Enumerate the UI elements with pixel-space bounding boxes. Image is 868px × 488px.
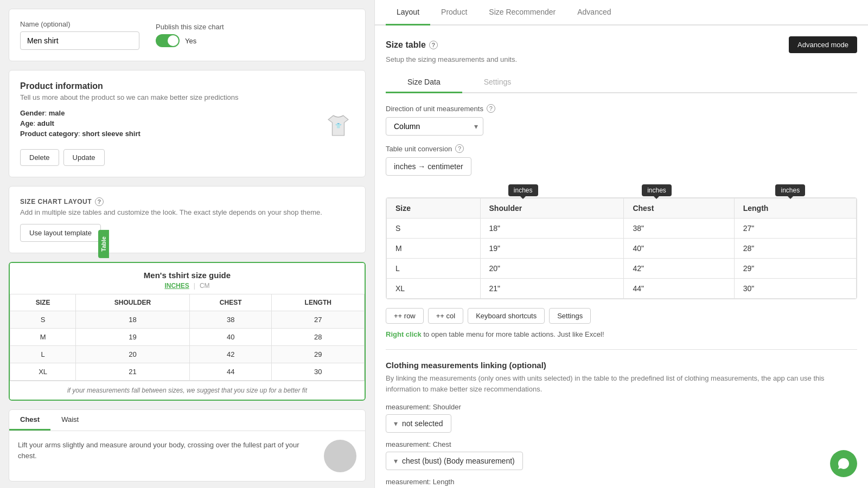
col-length: Length: [734, 198, 856, 219]
preview-header-size: SIZE: [10, 294, 76, 311]
col-size: Size: [387, 198, 481, 219]
chat-bubble[interactable]: [830, 450, 857, 477]
col-chest: Chest: [624, 198, 734, 219]
shoulder-unit-tooltip: inches: [514, 187, 533, 194]
length-tooltip-container: inches: [724, 184, 857, 196]
layout-desc: Add in multiple size tables and customiz…: [20, 208, 354, 216]
plus-col-icon: +: [436, 312, 441, 320]
linking-title: Clothing measurements linking (optional): [386, 361, 857, 370]
shirt-icon: 👕: [322, 109, 354, 142]
unit-inches-toggle[interactable]: INCHES: [164, 282, 189, 290]
col-shoulder: Shoulder: [480, 198, 624, 219]
product-info-subtitle: Tell us more about the product so we can…: [20, 93, 354, 101]
publish-label: Publish this size chart: [156, 23, 224, 31]
size-guide-title: Men's tshirt size guide: [10, 271, 365, 280]
plus-row-icon: +: [394, 312, 398, 320]
product-info-card: Product information Tell us more about t…: [9, 70, 366, 177]
shoulder-dropdown-arrow: ▾: [394, 419, 398, 428]
meas-tab-waist[interactable]: Waist: [50, 410, 90, 431]
svg-text:👕: 👕: [335, 123, 342, 129]
data-tab-size-data[interactable]: Size Data: [386, 72, 462, 93]
shoulder-meas-label: measurement: Shoulder: [386, 403, 857, 411]
unit-conv-label: Table unit conversion: [386, 145, 452, 153]
direction-select[interactable]: Column Row: [386, 117, 483, 136]
length-meas-label: measurement: Length: [386, 478, 857, 486]
tab-product[interactable]: Product: [430, 0, 478, 25]
length-measurement-group: measurement: Length ▾ not selected: [386, 478, 857, 488]
measurement-detail-card: Chest Waist Lift your arms slightly and …: [9, 409, 366, 481]
unit-conv-row: Table unit conversion ? inches → centime…: [386, 144, 857, 176]
size-chart-layout-card: SIZE CHART LAYOUT ? Add in multiple size…: [9, 186, 366, 253]
right-content: Size table ? Advanced mode Setup the siz…: [375, 25, 868, 488]
table-row: L204229: [10, 346, 365, 363]
size-guide-footer: if your measurements fall between sizes,…: [10, 381, 365, 400]
chest-dropdown-value: chest (bust) (Body measurement): [402, 457, 515, 465]
table-row: S183827: [10, 311, 365, 329]
age-field: Age: adult: [20, 119, 141, 127]
right-panel: Layout Product Size Recommender Advanced…: [374, 0, 868, 488]
table-row: S18"38"27": [387, 219, 857, 239]
tab-size-recommender[interactable]: Size Recommender: [478, 0, 566, 25]
settings-button[interactable]: Settings: [549, 308, 591, 324]
unit-conv-value[interactable]: inches → centimeter: [386, 157, 471, 176]
right-click-hint-text: to open table menu for more table action…: [423, 330, 604, 338]
unit-conv-help-icon[interactable]: ?: [455, 144, 464, 153]
category-field: Product category: short sleeve shirt: [20, 130, 141, 138]
shoulder-tooltip-container: inches: [456, 184, 590, 196]
tab-layout[interactable]: Layout: [386, 0, 430, 25]
linking-desc: By linking the measurements (only ones w…: [386, 373, 857, 394]
shoulder-measurement-group: measurement: Shoulder ▾ not selected: [386, 403, 857, 433]
publish-toggle[interactable]: [156, 34, 180, 47]
data-settings-tabs: Size Data Settings: [386, 72, 857, 93]
data-table: Size Shoulder Chest Length S18"38"27" M1…: [386, 198, 857, 299]
name-input[interactable]: [20, 31, 139, 50]
preview-table: SIZE SHOULDER CHEST LENGTH S183827 M1940…: [10, 294, 365, 381]
table-row: L20"42"29": [387, 259, 857, 279]
add-row-button[interactable]: + + row: [386, 308, 424, 324]
publish-yes-label: Yes: [185, 37, 196, 45]
data-tab-settings[interactable]: Settings: [462, 72, 533, 93]
direction-select-wrapper: Column Row: [386, 117, 483, 136]
table-actions: + + row + + col Keyboard shortcuts Setti…: [386, 308, 857, 324]
name-label: Name (optional): [20, 20, 139, 28]
preview-header-length: LENGTH: [272, 294, 365, 311]
layout-title: SIZE CHART LAYOUT: [20, 198, 92, 206]
chest-measurement-group: measurement: Chest ▾ chest (bust) (Body …: [386, 440, 857, 470]
delete-button[interactable]: Delete: [20, 149, 59, 166]
left-panel: Name (optional) Publish this size chart …: [0, 0, 374, 488]
shoulder-dropdown-value: not selected: [402, 419, 443, 428]
advanced-mode-button[interactable]: Advanced mode: [789, 36, 857, 53]
add-col-button[interactable]: + + col: [428, 308, 463, 324]
length-unit-tooltip: inches: [781, 187, 800, 194]
data-table-wrapper: Size Shoulder Chest Length S18"38"27" M1…: [386, 197, 857, 299]
direction-help-icon[interactable]: ?: [487, 104, 495, 113]
layout-help-icon[interactable]: ?: [95, 197, 104, 206]
column-tooltips: inches inches inches: [386, 184, 857, 196]
tab-advanced[interactable]: Advanced: [566, 0, 622, 25]
floating-table-tab[interactable]: Table: [98, 230, 109, 258]
preview-header-shoulder: SHOULDER: [76, 294, 190, 311]
size-table-subtitle: Setup the sizing measurements and units.: [386, 55, 857, 63]
use-layout-template-button[interactable]: Use layout template: [20, 224, 101, 242]
product-info-title: Product information: [20, 81, 354, 91]
right-click-link[interactable]: Right click: [386, 330, 422, 338]
table-row: XL214430: [10, 363, 365, 381]
chest-dropdown-arrow: ▾: [394, 457, 398, 465]
meas-chest-desc: Lift your arms slightly and measure arou…: [18, 440, 315, 461]
chest-tooltip-container: inches: [590, 184, 723, 196]
direction-label: Direction of unit measurements: [386, 105, 483, 113]
unit-cm-toggle[interactable]: CM: [200, 282, 210, 290]
chest-dropdown[interactable]: ▾ chest (bust) (Body measurement): [386, 452, 523, 470]
gender-field: Gender: male: [20, 109, 141, 117]
update-button[interactable]: Update: [63, 149, 105, 166]
name-publish-card: Name (optional) Publish this size chart …: [9, 9, 366, 61]
size-table-help-icon[interactable]: ?: [429, 41, 438, 49]
shoulder-dropdown[interactable]: ▾ not selected: [386, 414, 451, 433]
direction-row: Direction of unit measurements ? Column …: [386, 104, 857, 136]
preview-header-chest: CHEST: [189, 294, 272, 311]
linking-section: Clothing measurements linking (optional)…: [386, 349, 857, 488]
keyboard-shortcuts-button[interactable]: Keyboard shortcuts: [468, 308, 545, 324]
chest-meas-label: measurement: Chest: [386, 440, 857, 448]
right-click-hint: Right click to open table menu for more …: [386, 330, 857, 338]
meas-tab-chest[interactable]: Chest: [9, 410, 50, 431]
